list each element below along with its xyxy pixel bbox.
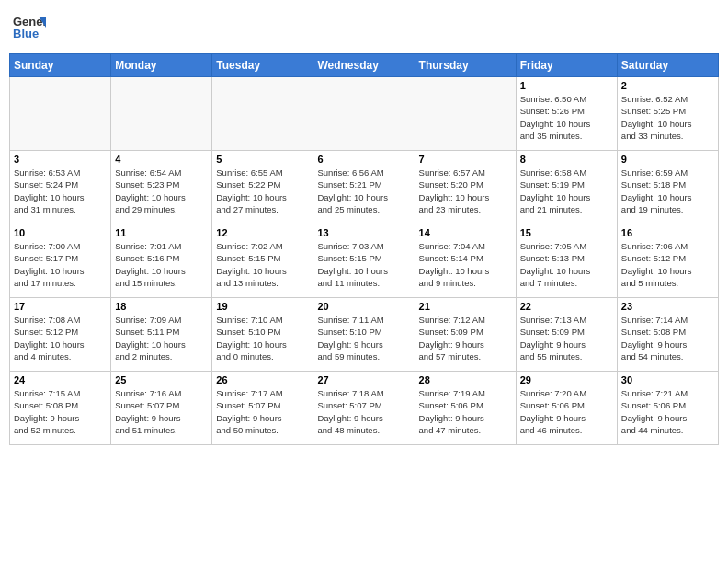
day-info: Sunrise: 7:00 AM Sunset: 5:17 PM Dayligh… [14, 240, 107, 289]
calendar-cell: 13Sunrise: 7:03 AM Sunset: 5:15 PM Dayli… [313, 224, 415, 298]
calendar-cell: 22Sunrise: 7:13 AM Sunset: 5:09 PM Dayli… [516, 298, 617, 372]
day-number: 15 [520, 227, 613, 238]
calendar-cell: 18Sunrise: 7:09 AM Sunset: 5:11 PM Dayli… [111, 298, 212, 372]
day-info: Sunrise: 7:01 AM Sunset: 5:16 PM Dayligh… [115, 240, 208, 289]
day-info: Sunrise: 7:03 AM Sunset: 5:15 PM Dayligh… [317, 240, 410, 289]
calendar-cell: 10Sunrise: 7:00 AM Sunset: 5:17 PM Dayli… [10, 224, 111, 298]
day-info: Sunrise: 6:54 AM Sunset: 5:23 PM Dayligh… [115, 167, 208, 215]
day-info: Sunrise: 7:19 AM Sunset: 5:06 PM Dayligh… [419, 387, 512, 436]
day-number: 13 [317, 227, 410, 238]
day-number: 12 [216, 227, 309, 238]
calendar-cell: 23Sunrise: 7:14 AM Sunset: 5:08 PM Dayli… [617, 298, 718, 372]
calendar-cell: 15Sunrise: 7:05 AM Sunset: 5:13 PM Dayli… [516, 224, 617, 298]
calendar-cell: 2Sunrise: 6:52 AM Sunset: 5:25 PM Daylig… [617, 77, 718, 151]
day-number: 23 [621, 301, 714, 312]
calendar-cell [111, 77, 212, 151]
day-info: Sunrise: 6:55 AM Sunset: 5:22 PM Dayligh… [216, 167, 309, 215]
calendar-header-row: SundayMondayTuesdayWednesdayThursdayFrid… [10, 54, 719, 77]
day-number: 14 [419, 227, 512, 238]
day-number: 20 [317, 301, 410, 312]
day-info: Sunrise: 7:16 AM Sunset: 5:07 PM Dayligh… [115, 387, 208, 436]
day-info: Sunrise: 6:50 AM Sunset: 5:26 PM Dayligh… [520, 93, 613, 142]
day-number: 6 [317, 154, 410, 165]
day-info: Sunrise: 7:11 AM Sunset: 5:10 PM Dayligh… [317, 314, 410, 362]
day-info: Sunrise: 7:04 AM Sunset: 5:14 PM Dayligh… [419, 240, 512, 289]
day-number: 18 [115, 301, 208, 312]
calendar-cell: 26Sunrise: 7:17 AM Sunset: 5:07 PM Dayli… [212, 372, 313, 445]
day-info: Sunrise: 7:17 AM Sunset: 5:07 PM Dayligh… [216, 387, 309, 436]
day-number: 26 [216, 374, 309, 385]
calendar-cell: 9Sunrise: 6:59 AM Sunset: 5:18 PM Daylig… [617, 151, 718, 224]
day-info: Sunrise: 7:05 AM Sunset: 5:13 PM Dayligh… [520, 240, 613, 289]
day-info: Sunrise: 6:53 AM Sunset: 5:24 PM Dayligh… [14, 167, 107, 215]
day-info: Sunrise: 7:02 AM Sunset: 5:15 PM Dayligh… [216, 240, 309, 289]
calendar-cell: 6Sunrise: 6:56 AM Sunset: 5:21 PM Daylig… [313, 151, 415, 224]
calendar-cell [415, 77, 516, 151]
column-header-wednesday: Wednesday [313, 54, 415, 77]
day-info: Sunrise: 7:13 AM Sunset: 5:09 PM Dayligh… [520, 314, 613, 362]
day-number: 28 [419, 374, 512, 385]
calendar-cell: 21Sunrise: 7:12 AM Sunset: 5:09 PM Dayli… [415, 298, 516, 372]
calendar-cell [212, 77, 313, 151]
calendar-cell [313, 77, 415, 151]
calendar-table: SundayMondayTuesdayWednesdayThursdayFrid… [9, 53, 719, 445]
day-info: Sunrise: 7:18 AM Sunset: 5:07 PM Dayligh… [317, 387, 410, 436]
day-number: 10 [14, 227, 107, 238]
calendar-cell: 12Sunrise: 7:02 AM Sunset: 5:15 PM Dayli… [212, 224, 313, 298]
calendar-cell: 1Sunrise: 6:50 AM Sunset: 5:26 PM Daylig… [516, 77, 617, 151]
day-info: Sunrise: 6:58 AM Sunset: 5:19 PM Dayligh… [520, 167, 613, 215]
column-header-thursday: Thursday [415, 54, 516, 77]
column-header-sunday: Sunday [10, 54, 111, 77]
page-header: General Blue [9, 9, 719, 46]
logo: General Blue [13, 9, 46, 46]
calendar-cell: 20Sunrise: 7:11 AM Sunset: 5:10 PM Dayli… [313, 298, 415, 372]
calendar-cell: 7Sunrise: 6:57 AM Sunset: 5:20 PM Daylig… [415, 151, 516, 224]
day-number: 9 [621, 154, 714, 165]
calendar-cell: 3Sunrise: 6:53 AM Sunset: 5:24 PM Daylig… [10, 151, 111, 224]
day-info: Sunrise: 7:06 AM Sunset: 5:12 PM Dayligh… [621, 240, 714, 289]
day-number: 3 [14, 154, 107, 165]
week-row-4: 17Sunrise: 7:08 AM Sunset: 5:12 PM Dayli… [10, 298, 719, 372]
logo-icon: General Blue [13, 9, 46, 46]
day-info: Sunrise: 7:09 AM Sunset: 5:11 PM Dayligh… [115, 314, 208, 362]
day-info: Sunrise: 6:56 AM Sunset: 5:21 PM Dayligh… [317, 167, 410, 215]
calendar-cell: 5Sunrise: 6:55 AM Sunset: 5:22 PM Daylig… [212, 151, 313, 224]
day-number: 19 [216, 301, 309, 312]
day-number: 25 [115, 374, 208, 385]
day-number: 4 [115, 154, 208, 165]
week-row-2: 3Sunrise: 6:53 AM Sunset: 5:24 PM Daylig… [10, 151, 719, 224]
week-row-5: 24Sunrise: 7:15 AM Sunset: 5:08 PM Dayli… [10, 372, 719, 445]
day-number: 8 [520, 154, 613, 165]
column-header-monday: Monday [111, 54, 212, 77]
svg-text:Blue: Blue [13, 27, 39, 40]
column-header-saturday: Saturday [617, 54, 718, 77]
calendar-cell: 8Sunrise: 6:58 AM Sunset: 5:19 PM Daylig… [516, 151, 617, 224]
calendar-cell: 19Sunrise: 7:10 AM Sunset: 5:10 PM Dayli… [212, 298, 313, 372]
calendar-cell: 25Sunrise: 7:16 AM Sunset: 5:07 PM Dayli… [111, 372, 212, 445]
day-number: 16 [621, 227, 714, 238]
day-info: Sunrise: 6:57 AM Sunset: 5:20 PM Dayligh… [419, 167, 512, 215]
day-info: Sunrise: 7:10 AM Sunset: 5:10 PM Dayligh… [216, 314, 309, 362]
day-number: 29 [520, 374, 613, 385]
calendar-cell: 17Sunrise: 7:08 AM Sunset: 5:12 PM Dayli… [10, 298, 111, 372]
calendar-cell: 4Sunrise: 6:54 AM Sunset: 5:23 PM Daylig… [111, 151, 212, 224]
calendar-cell: 30Sunrise: 7:21 AM Sunset: 5:06 PM Dayli… [617, 372, 718, 445]
calendar-cell [10, 77, 111, 151]
day-number: 2 [621, 80, 714, 91]
day-number: 5 [216, 154, 309, 165]
day-info: Sunrise: 7:15 AM Sunset: 5:08 PM Dayligh… [14, 387, 107, 436]
day-number: 17 [14, 301, 107, 312]
calendar-cell: 16Sunrise: 7:06 AM Sunset: 5:12 PM Dayli… [617, 224, 718, 298]
day-number: 30 [621, 374, 714, 385]
calendar-cell: 28Sunrise: 7:19 AM Sunset: 5:06 PM Dayli… [415, 372, 516, 445]
day-number: 21 [419, 301, 512, 312]
day-number: 27 [317, 374, 410, 385]
week-row-1: 1Sunrise: 6:50 AM Sunset: 5:26 PM Daylig… [10, 77, 719, 151]
day-number: 11 [115, 227, 208, 238]
day-number: 7 [419, 154, 512, 165]
column-header-friday: Friday [516, 54, 617, 77]
calendar-cell: 14Sunrise: 7:04 AM Sunset: 5:14 PM Dayli… [415, 224, 516, 298]
calendar-cell: 11Sunrise: 7:01 AM Sunset: 5:16 PM Dayli… [111, 224, 212, 298]
day-info: Sunrise: 7:21 AM Sunset: 5:06 PM Dayligh… [621, 387, 714, 436]
day-number: 1 [520, 80, 613, 91]
